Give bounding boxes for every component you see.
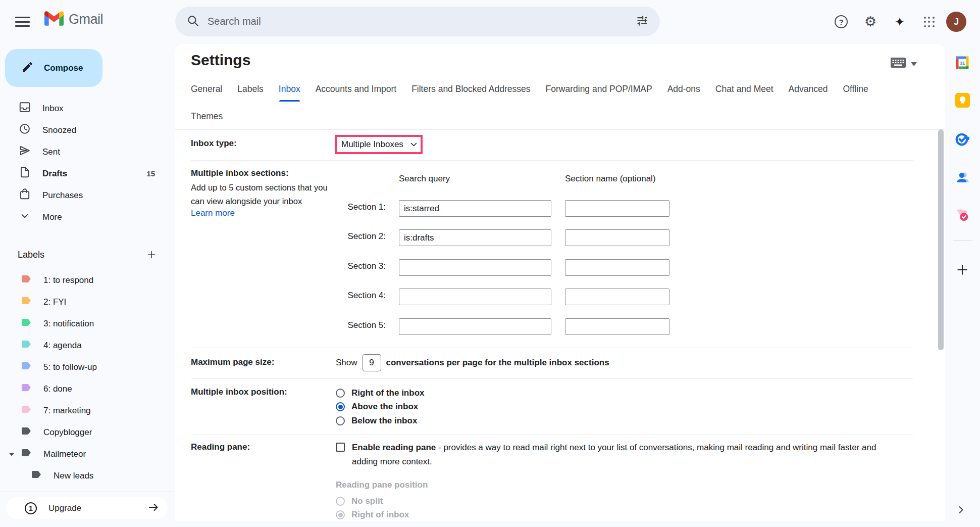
sidebar-item-purchases[interactable]: Purchases <box>0 184 174 206</box>
gemini-sparkle-icon[interactable]: ✦ <box>888 10 912 34</box>
tab-chat-and-meet[interactable]: Chat and Meet <box>715 82 773 102</box>
radio-right-of-inbox[interactable]: Right of the inbox <box>336 386 424 400</box>
tab-general[interactable]: General <box>191 82 222 102</box>
search-input[interactable] <box>208 16 636 27</box>
compose-button[interactable]: Compose <box>5 49 102 87</box>
radio-icon[interactable] <box>336 389 345 398</box>
enable-reading-pane-checkbox[interactable] <box>336 443 345 452</box>
chevron-down-icon <box>18 209 31 225</box>
google-apps-grid-icon[interactable] <box>917 10 941 34</box>
label-item[interactable]: 7: marketing <box>0 400 174 421</box>
settings-gear-icon[interactable]: ⚙ <box>858 10 883 34</box>
sidebar-item-more[interactable]: More <box>0 206 174 228</box>
labels-list: 1: to respond 2: FYI 3: notification 4: … <box>0 269 174 487</box>
label-tag-icon <box>21 425 33 440</box>
label-item[interactable]: 5: to follow-up <box>0 356 174 378</box>
sidebar-item-drafts[interactable]: Drafts 15 <box>0 163 174 184</box>
section-3-name-input[interactable] <box>565 259 669 276</box>
page-size-input[interactable] <box>363 354 381 371</box>
get-add-ons-plus-icon[interactable] <box>954 261 971 278</box>
gmail-logo[interactable]: Gmail <box>44 11 103 28</box>
keyboard-icon <box>890 57 906 70</box>
search-options-tune-icon[interactable] <box>636 14 649 29</box>
label-item-nested[interactable]: New leads <box>0 465 174 487</box>
tab-labels[interactable]: Labels <box>237 82 264 102</box>
mailmeteor-icon[interactable] <box>954 207 971 224</box>
section-2-query-input[interactable] <box>399 229 551 246</box>
tab-offline[interactable]: Offline <box>843 82 868 102</box>
hide-panel-chevron-icon[interactable] <box>955 504 967 518</box>
section-5-query-input[interactable] <box>399 318 551 335</box>
radio-disabled-selected-icon[interactable] <box>336 510 345 519</box>
label-tag-icon <box>21 447 33 461</box>
label-item[interactable]: 3: notification <box>0 313 174 334</box>
help-icon[interactable]: ? <box>829 10 853 34</box>
section-4-name-input[interactable] <box>565 289 669 305</box>
label-item[interactable]: 1: to respond <box>0 269 174 291</box>
contacts-icon[interactable] <box>954 168 971 185</box>
label-item[interactable]: 4: agenda <box>0 334 174 356</box>
upgrade-button[interactable]: 1 Upgrade <box>6 497 168 519</box>
section-1-name-input[interactable] <box>565 200 669 217</box>
divider <box>191 378 913 379</box>
radio-icon[interactable] <box>336 416 345 425</box>
account-avatar[interactable]: J <box>946 12 966 32</box>
sidebar-item-snoozed[interactable]: Snoozed <box>0 119 174 141</box>
reading-pane-label: Reading pane: <box>191 442 250 452</box>
calendar-icon[interactable]: 31 <box>954 54 971 71</box>
send-icon <box>18 144 31 160</box>
label-item[interactable]: 2: FYI <box>0 291 174 313</box>
column-header-section-name: Section name (optional) <box>565 174 656 184</box>
label-tag-icon <box>21 316 33 331</box>
radio-no-split[interactable]: No split <box>336 494 409 508</box>
shopping-bag-icon <box>18 187 31 203</box>
label-tag-icon <box>21 360 33 374</box>
rail-divider <box>953 240 972 241</box>
tab-add-ons[interactable]: Add-ons <box>667 82 700 102</box>
radio-right-of-inbox-pane[interactable]: Right of inbox <box>336 508 409 522</box>
tab-themes[interactable]: Themes <box>191 110 223 129</box>
column-header-search-query: Search query <box>399 174 450 184</box>
search-icon[interactable] <box>186 14 199 29</box>
inbox-icon <box>18 101 31 116</box>
create-label-plus-icon[interactable] <box>145 249 158 261</box>
section-4-query-input[interactable] <box>399 289 551 305</box>
expand-triangle-icon[interactable] <box>8 451 15 458</box>
tab-advanced[interactable]: Advanced <box>789 82 828 102</box>
reading-pane-text: Enable reading pane - provides a way to … <box>352 441 904 468</box>
chevron-down-icon <box>911 59 917 68</box>
divider <box>191 348 913 348</box>
radio-selected-icon[interactable] <box>336 402 345 411</box>
section-1-label: Section 1: <box>327 202 386 212</box>
radio-below-inbox[interactable]: Below the inbox <box>336 414 424 428</box>
sidebar-item-inbox[interactable]: Inbox <box>0 98 174 119</box>
radio-disabled-icon[interactable] <box>336 497 345 506</box>
section-1-query-input[interactable] <box>399 200 551 217</box>
label-item-expandable[interactable]: Mailmeteor <box>0 443 174 465</box>
vertical-scrollbar[interactable] <box>938 129 944 350</box>
arrow-right-icon <box>147 501 160 515</box>
label-item[interactable]: 6: done <box>0 378 174 400</box>
hamburger-menu-icon[interactable] <box>15 13 34 31</box>
sidebar-item-sent[interactable]: Sent <box>0 141 174 163</box>
svg-text:31: 31 <box>960 61 965 66</box>
input-tools-control[interactable] <box>890 57 917 70</box>
settings-tabs-row2: Themes <box>191 110 223 129</box>
tasks-icon[interactable] <box>954 130 971 148</box>
section-5-name-input[interactable] <box>565 318 669 335</box>
label-item[interactable]: Copyblogger <box>0 421 174 443</box>
search-bar[interactable] <box>175 7 660 36</box>
keep-icon[interactable] <box>954 91 971 109</box>
tab-accounts-and-import[interactable]: Accounts and Import <box>316 82 397 102</box>
learn-more-link[interactable]: Learn more <box>191 208 235 218</box>
tab-inbox[interactable]: Inbox <box>279 82 300 102</box>
upgrade-label: Upgrade <box>48 503 81 513</box>
section-2-name-input[interactable] <box>565 229 669 246</box>
section-3-query-input[interactable] <box>399 259 551 276</box>
radio-above-inbox[interactable]: Above the inbox <box>336 400 424 414</box>
sidebar-nav: Inbox Snoozed Sent Drafts 15 Purchases M… <box>0 98 174 228</box>
inbox-type-select[interactable]: Multiple Inboxes <box>337 137 421 152</box>
tab-filters-and-blocked-addresses[interactable]: Filters and Blocked Addresses <box>411 82 530 102</box>
label-tag-icon <box>21 273 33 288</box>
tab-forwarding-and-pop-imap[interactable]: Forwarding and POP/IMAP <box>546 82 652 102</box>
